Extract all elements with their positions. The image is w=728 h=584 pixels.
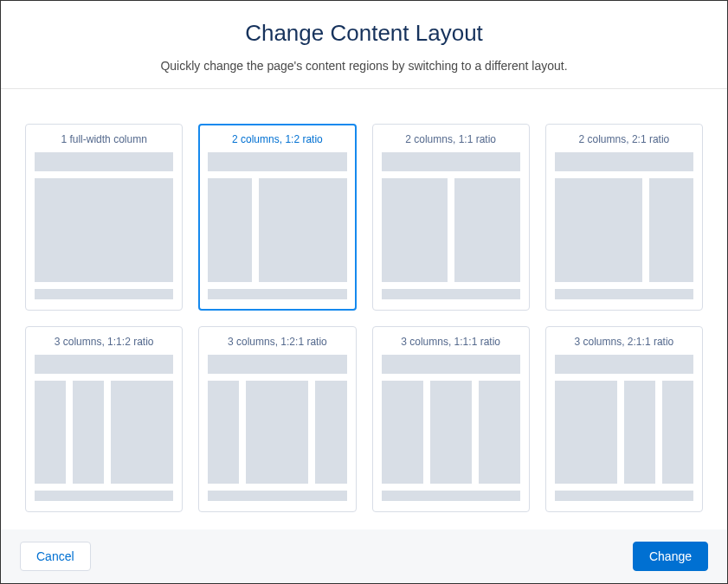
layout-option[interactable]: 2 columns, 1:2 ratio: [198, 124, 356, 311]
preview-columns-row: [382, 381, 520, 485]
preview-column-block: [649, 178, 693, 282]
layout-option-label: 3 columns, 1:1:1 ratio: [382, 336, 520, 348]
preview-header-block: [382, 355, 520, 374]
preview-column-block: [555, 178, 643, 282]
layout-option-label: 1 full-width column: [35, 133, 173, 145]
preview-columns-row: [208, 178, 346, 282]
preview-column-block: [454, 178, 520, 282]
preview-footer-block: [555, 491, 693, 501]
layout-options-grid: 1 full-width column2 columns, 1:2 ratio2…: [1, 89, 727, 529]
layout-option-label: 2 columns, 1:1 ratio: [382, 133, 520, 145]
preview-header-block: [35, 355, 173, 374]
layout-option-label: 3 columns, 1:2:1 ratio: [208, 336, 346, 348]
layout-option-label: 2 columns, 2:1 ratio: [555, 133, 693, 145]
preview-columns-row: [555, 178, 693, 282]
layout-option[interactable]: 3 columns, 2:1:1 ratio: [545, 326, 703, 513]
dialog-title: Change Content Layout: [18, 20, 710, 47]
preview-columns-row: [208, 381, 346, 485]
layout-option[interactable]: 3 columns, 1:1:1 ratio: [372, 326, 530, 513]
layout-preview: [208, 152, 346, 299]
preview-column-block: [315, 381, 346, 485]
preview-column-block: [259, 178, 347, 282]
preview-column-block: [208, 381, 239, 485]
preview-column-block: [73, 381, 104, 485]
preview-column-block: [111, 381, 173, 485]
preview-footer-block: [35, 289, 173, 299]
preview-footer-block: [382, 289, 520, 299]
preview-column-block: [246, 381, 308, 485]
dialog-footer: Cancel Change: [1, 529, 727, 583]
layout-option[interactable]: 1 full-width column: [25, 124, 183, 311]
layout-preview: [555, 152, 693, 299]
layout-preview: [35, 152, 173, 299]
preview-footer-block: [382, 491, 520, 501]
preview-footer-block: [555, 289, 693, 299]
dialog-subtitle: Quickly change the page's content region…: [18, 59, 710, 73]
preview-header-block: [35, 152, 173, 171]
layout-option[interactable]: 2 columns, 1:1 ratio: [372, 124, 530, 311]
layout-option[interactable]: 3 columns, 1:2:1 ratio: [198, 326, 356, 513]
preview-header-block: [382, 152, 520, 171]
preview-column-block: [624, 381, 655, 485]
preview-header-block: [555, 152, 693, 171]
dialog-header: Change Content Layout Quickly change the…: [1, 1, 727, 89]
preview-column-block: [555, 381, 617, 485]
preview-column-block: [35, 178, 173, 282]
layout-option-label: 2 columns, 1:2 ratio: [208, 133, 346, 145]
preview-column-block: [382, 178, 448, 282]
layout-option-label: 3 columns, 1:1:2 ratio: [35, 336, 173, 348]
preview-column-block: [430, 381, 472, 485]
layout-preview: [35, 355, 173, 502]
preview-header-block: [555, 355, 693, 374]
preview-header-block: [208, 355, 346, 374]
layout-preview: [382, 152, 520, 299]
layout-option[interactable]: 2 columns, 2:1 ratio: [545, 124, 703, 311]
preview-footer-block: [35, 491, 173, 501]
preview-columns-row: [555, 381, 693, 485]
preview-header-block: [208, 152, 346, 171]
preview-column-block: [382, 381, 423, 485]
layout-preview: [382, 355, 520, 502]
preview-column-block: [208, 178, 252, 282]
layout-preview: [208, 355, 346, 502]
layout-option[interactable]: 3 columns, 1:1:2 ratio: [25, 326, 183, 513]
preview-columns-row: [382, 178, 520, 282]
change-button[interactable]: Change: [633, 542, 708, 571]
preview-footer-block: [208, 289, 346, 299]
preview-column-block: [35, 381, 66, 485]
layout-preview: [555, 355, 693, 502]
preview-columns-row: [35, 178, 173, 282]
preview-column-block: [479, 381, 520, 485]
preview-columns-row: [35, 381, 173, 485]
cancel-button[interactable]: Cancel: [20, 542, 91, 571]
preview-footer-block: [208, 491, 346, 501]
preview-column-block: [662, 381, 693, 485]
layout-option-label: 3 columns, 2:1:1 ratio: [555, 336, 693, 348]
